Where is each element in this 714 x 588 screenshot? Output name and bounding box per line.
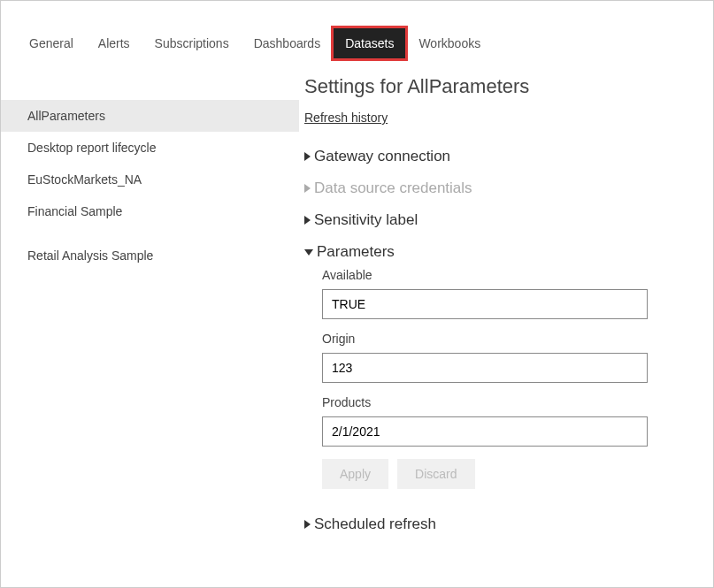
sidebar-item-allparameters[interactable]: AllParameters — [1, 100, 299, 132]
caret-right-icon — [304, 184, 311, 193]
caret-right-icon — [304, 520, 311, 529]
section-data-source-credentials: Data source credentials — [304, 172, 695, 204]
caret-right-icon — [304, 216, 311, 225]
discard-button[interactable]: Discard — [397, 459, 474, 489]
section-label: Scheduled refresh — [314, 515, 436, 533]
refresh-history-link[interactable]: Refresh history — [304, 111, 388, 125]
sidebar-item-financial-sample[interactable]: Financial Sample — [1, 195, 299, 227]
settings-frame: General Alerts Subscriptions Dashboards … — [0, 0, 714, 588]
button-row: Apply Discard — [304, 459, 695, 489]
tab-datasets[interactable]: Datasets — [333, 27, 406, 59]
param-label: Origin — [322, 332, 695, 346]
tab-bar: General Alerts Subscriptions Dashboards … — [1, 27, 713, 59]
tab-alerts[interactable]: Alerts — [86, 27, 142, 59]
dataset-list: AllParameters Desktop report lifecycle E… — [1, 75, 299, 540]
section-label: Data source credentials — [314, 179, 472, 197]
param-available-input[interactable] — [322, 289, 648, 319]
sidebar-item-eustockmarkets[interactable]: EuStockMarkets_NA — [1, 164, 299, 195]
content-area: AllParameters Desktop report lifecycle E… — [1, 75, 713, 540]
settings-title: Settings for AllParameters — [304, 75, 695, 98]
sidebar-item-retail-analysis[interactable]: Retail Analysis Sample — [1, 240, 299, 271]
caret-right-icon — [304, 152, 311, 161]
param-products-input[interactable] — [322, 416, 648, 447]
section-label: Parameters — [317, 243, 395, 261]
section-parameters[interactable]: Parameters — [304, 236, 695, 268]
tab-general[interactable]: General — [17, 27, 86, 59]
section-gateway-connection[interactable]: Gateway connection — [304, 141, 695, 172]
section-sensitivity-label[interactable]: Sensitivity label — [304, 204, 695, 236]
param-origin: Origin — [304, 332, 695, 383]
apply-button[interactable]: Apply — [322, 459, 388, 489]
tab-subscriptions[interactable]: Subscriptions — [142, 27, 242, 59]
tab-dashboards[interactable]: Dashboards — [242, 27, 334, 59]
section-label: Sensitivity label — [314, 211, 418, 229]
param-available: Available — [304, 268, 695, 319]
sidebar-item-desktop-report[interactable]: Desktop report lifecycle — [1, 132, 299, 164]
param-label: Products — [322, 395, 695, 409]
tab-workbooks[interactable]: Workbooks — [406, 27, 493, 59]
section-label: Gateway connection — [314, 148, 450, 165]
param-products: Products — [304, 395, 695, 447]
section-scheduled-refresh[interactable]: Scheduled refresh — [304, 508, 695, 540]
param-origin-input[interactable] — [322, 353, 648, 383]
param-label: Available — [322, 268, 695, 282]
main-panel: Settings for AllParameters Refresh histo… — [299, 75, 713, 540]
caret-down-icon — [304, 249, 313, 256]
